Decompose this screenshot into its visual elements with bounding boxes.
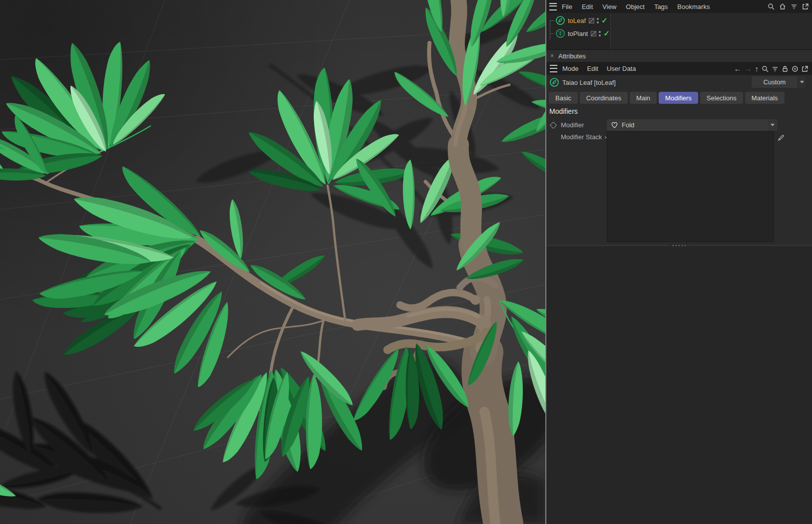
visibility-dots-icon[interactable] bbox=[599, 31, 601, 36]
lock-icon[interactable] bbox=[782, 65, 789, 72]
pencil-icon[interactable] bbox=[778, 134, 785, 141]
close-icon[interactable]: × bbox=[550, 52, 554, 59]
leaf-object-icon bbox=[549, 77, 559, 87]
tab-basic[interactable]: Basic bbox=[549, 92, 578, 104]
object-manager: toLeaf ✓ toPlant ✓ bbox=[546, 13, 812, 50]
chevron-down-icon[interactable] bbox=[768, 119, 778, 131]
enabled-check-icon[interactable]: ✓ bbox=[603, 29, 610, 38]
attributes-header: × Attributes bbox=[546, 50, 812, 62]
tab-coordinates[interactable]: Coordinates bbox=[580, 92, 628, 104]
enabled-check-icon[interactable]: ✓ bbox=[601, 16, 608, 25]
attributes-title: Attributes bbox=[558, 52, 586, 60]
modifier-label: Modifier bbox=[561, 121, 584, 129]
plant-object-icon[interactable] bbox=[555, 28, 565, 38]
target-icon[interactable] bbox=[792, 65, 799, 72]
home-icon[interactable] bbox=[779, 3, 786, 10]
chevron-down-icon[interactable] bbox=[798, 76, 806, 88]
object-manager-menubar: File Edit View Object Tags Bookmarks bbox=[546, 0, 812, 13]
tab-selections[interactable]: Selections bbox=[700, 92, 743, 104]
layer-icon[interactable] bbox=[591, 31, 596, 36]
preset-dropdown[interactable]: Custom bbox=[752, 76, 806, 88]
leaf-object-icon[interactable] bbox=[555, 15, 565, 25]
back-arrow-icon[interactable]: ← bbox=[734, 65, 742, 72]
forward-arrow-icon[interactable]: → bbox=[745, 65, 752, 72]
up-arrow-icon[interactable]: ↑ bbox=[755, 65, 759, 72]
object-name[interactable]: toPlant bbox=[568, 30, 588, 37]
layer-icon[interactable] bbox=[589, 18, 594, 23]
modifier-stack-label[interactable]: Modifier Stack› bbox=[561, 133, 607, 141]
menu-object[interactable]: Object bbox=[626, 3, 645, 10]
section-title: Modifiers bbox=[549, 107, 578, 115]
visibility-dots-icon[interactable] bbox=[597, 18, 599, 23]
menu-edit[interactable]: Edit bbox=[587, 65, 598, 72]
filter-icon[interactable] bbox=[791, 3, 798, 10]
object-name[interactable]: toLeaf bbox=[568, 17, 586, 24]
right-panel: File Edit View Object Tags Bookmarks toL… bbox=[546, 0, 812, 524]
popout-icon[interactable] bbox=[802, 65, 809, 72]
menu-edit[interactable]: Edit bbox=[582, 3, 593, 10]
search-icon[interactable] bbox=[768, 3, 775, 10]
panel-empty-area bbox=[546, 247, 812, 524]
object-title: Taiao Leaf [toLeaf] bbox=[562, 79, 616, 86]
modifier-dropdown[interactable]: Fold bbox=[607, 119, 778, 131]
modifier-value: Fold bbox=[622, 121, 634, 129]
menu-bookmarks[interactable]: Bookmarks bbox=[677, 3, 710, 10]
attributes-menubar: Mode Edit User Data ← → ↑ bbox=[546, 62, 812, 75]
menu-tags[interactable]: Tags bbox=[654, 3, 668, 10]
menu-view[interactable]: View bbox=[602, 3, 616, 10]
filter-icon[interactable] bbox=[772, 65, 779, 72]
menu-user-data[interactable]: User Data bbox=[607, 65, 636, 72]
object-row-toleaf[interactable]: toLeaf ✓ bbox=[550, 14, 608, 27]
modifier-stack-box[interactable] bbox=[607, 131, 774, 242]
search-icon[interactable] bbox=[762, 65, 769, 72]
preset-value[interactable]: Custom bbox=[752, 76, 798, 88]
menu-icon[interactable] bbox=[550, 65, 557, 72]
tab-materials[interactable]: Materials bbox=[745, 92, 785, 104]
menu-file[interactable]: File bbox=[562, 3, 572, 10]
menu-icon[interactable] bbox=[549, 3, 557, 10]
popout-icon[interactable] bbox=[802, 3, 809, 10]
menu-mode[interactable]: Mode bbox=[562, 65, 579, 72]
tab-main[interactable]: Main bbox=[630, 92, 657, 104]
object-row-toplant[interactable]: toPlant ✓ bbox=[550, 27, 610, 40]
3d-viewport[interactable] bbox=[0, 0, 545, 524]
diamond-icon[interactable] bbox=[550, 122, 557, 129]
attribute-tabs: Basic Coordinates Main Modifiers Selecti… bbox=[549, 92, 785, 104]
fold-icon bbox=[611, 121, 618, 129]
tab-modifiers[interactable]: Modifiers bbox=[659, 92, 698, 104]
modifier-row: Modifier Fold bbox=[546, 119, 812, 131]
